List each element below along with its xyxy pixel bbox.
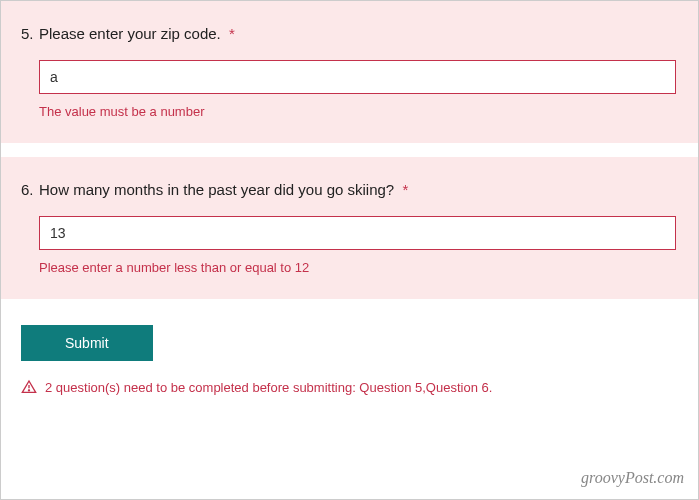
form-warning: 2 question(s) need to be completed befor… [1, 365, 698, 403]
warning-triangle-icon [21, 379, 37, 395]
required-star-icon: * [402, 181, 408, 198]
skiing-months-input[interactable] [39, 216, 676, 250]
submit-area: Submit [1, 313, 698, 365]
watermark: groovyPost.com [581, 469, 684, 487]
question-6-number: 6. [21, 181, 35, 198]
svg-point-1 [28, 390, 29, 391]
question-5-error: The value must be a number [39, 104, 678, 119]
zip-code-input[interactable] [39, 60, 676, 94]
question-5-label: Please enter your zip code. [39, 25, 221, 42]
question-5-input-wrap [39, 60, 676, 94]
question-6-input-wrap [39, 216, 676, 250]
question-5-header: 5. Please enter your zip code. * [21, 25, 678, 42]
question-5-block: 5. Please enter your zip code. * The val… [1, 1, 698, 143]
question-6-text: How many months in the past year did you… [39, 181, 408, 198]
warning-text: 2 question(s) need to be completed befor… [45, 380, 492, 395]
question-6-block: 6. How many months in the past year did … [1, 157, 698, 299]
question-6-error: Please enter a number less than or equal… [39, 260, 678, 275]
question-6-label: How many months in the past year did you… [39, 181, 394, 198]
submit-button[interactable]: Submit [21, 325, 153, 361]
required-star-icon: * [229, 25, 235, 42]
question-6-header: 6. How many months in the past year did … [21, 181, 678, 198]
question-5-text: Please enter your zip code. * [39, 25, 235, 42]
question-5-number: 5. [21, 25, 35, 42]
